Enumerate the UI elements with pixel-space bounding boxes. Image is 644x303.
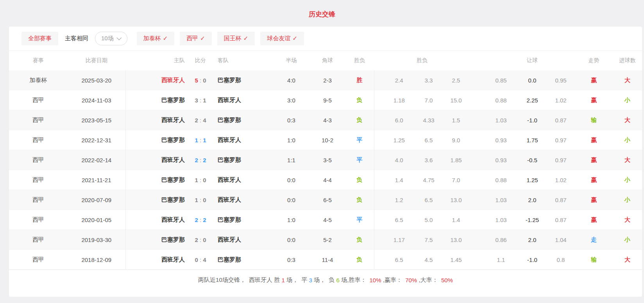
summary-segment: 6	[336, 277, 339, 283]
cell-date: 2019-03-30	[68, 230, 125, 250]
cell-goals: 小	[613, 230, 642, 250]
cell-handicap-win: 0.86	[470, 230, 518, 250]
cell-handicap-line: -1.0	[518, 110, 547, 130]
cell-date: 2020-07-09	[68, 190, 125, 210]
check-icon: ✓	[163, 35, 168, 41]
cell-date: 2021-11-21	[68, 170, 125, 190]
summary-segment: 1	[281, 277, 284, 283]
away-score: 2	[203, 217, 206, 223]
cell-handicap-lose: 0.95	[547, 70, 575, 90]
league-filter-button[interactable]: 国王杯✓	[217, 32, 255, 45]
col-header-half: 半场	[273, 51, 310, 70]
home-away-same-filter[interactable]: 主客相同	[64, 35, 89, 42]
cell-result: 负	[345, 90, 374, 110]
cell-result: 负	[345, 110, 374, 130]
cell-trend: 赢	[575, 130, 613, 150]
cell-trend: 输	[575, 250, 613, 270]
league-chips: 加泰杯✓西甲✓国王杯✓球会友谊✓	[137, 32, 304, 45]
league-filter-button[interactable]: 加泰杯✓	[137, 32, 175, 45]
col-header-away: 客队	[212, 51, 273, 70]
summary-segment: 西班牙人 胜	[249, 276, 281, 284]
summary-segment: 3	[309, 277, 312, 283]
cell-trend: 走	[575, 230, 613, 250]
cell-odds-win: 2.4	[374, 70, 415, 90]
cell-corners: 4-3	[310, 110, 345, 130]
cell-home-team: 巴塞罗那	[125, 190, 189, 210]
cell-goals: 小	[613, 190, 642, 210]
cell-trend: 赢	[575, 150, 613, 170]
cell-home-team: 巴塞罗那	[125, 170, 189, 190]
cell-half-score: 0:0	[273, 190, 310, 210]
cell-odds-draw: 4.5	[415, 250, 442, 270]
cell-goals: 大	[613, 210, 642, 230]
score-separator: :	[198, 256, 203, 263]
match-row: 西甲2019-03-30巴塞罗那2 : 0西班牙人0:05-2负1.177.51…	[9, 230, 642, 250]
summary-segment: 70%	[405, 277, 417, 283]
cell-handicap-line: -1.25	[518, 210, 547, 230]
away-score: 0	[203, 177, 206, 183]
cell-odds-lose: 1.45	[442, 250, 470, 270]
cell-date: 2023-05-15	[68, 110, 125, 130]
match-row: 西甲2020-01-05西班牙人2 : 2巴塞罗那1:04-5平6.55.01.…	[9, 210, 642, 230]
score-separator: :	[198, 197, 203, 203]
cell-half-score: 0:0	[273, 170, 310, 190]
cell-league: 西甲	[9, 250, 68, 270]
cell-date: 2020-01-05	[68, 210, 125, 230]
cell-score: 1 : 0	[189, 170, 212, 190]
cell-home-team: 巴塞罗那	[125, 130, 189, 150]
cell-odds-lose: 9.0	[442, 130, 470, 150]
score-separator: :	[198, 117, 203, 124]
cell-league: 西甲	[9, 130, 68, 150]
cell-league: 西甲	[9, 110, 68, 130]
check-icon: ✓	[200, 35, 205, 41]
cell-league: 西甲	[9, 190, 68, 210]
cell-odds-draw: 5.0	[415, 210, 442, 230]
matches-table: 赛事 比赛日期 主队 比分 客队 半场 角球 胜负 胜负 让球 走势 进球数 加…	[9, 51, 642, 269]
cell-league: 西甲	[9, 210, 68, 230]
cell-corners: 9-5	[310, 90, 345, 110]
summary-segment: ,赢率：	[381, 276, 406, 284]
cell-handicap-lose: 0.87	[547, 210, 575, 230]
cell-corners: 6-5	[310, 190, 345, 210]
col-header-date: 比赛日期	[68, 51, 125, 70]
league-filter-button[interactable]: 球会友谊✓	[260, 32, 304, 45]
cell-result: 负	[345, 190, 374, 210]
cell-home-team: 巴塞罗那	[125, 90, 189, 110]
match-count-dropdown[interactable]: 10场	[95, 32, 127, 45]
away-score: 0	[203, 237, 206, 243]
league-filter-button[interactable]: 西甲✓	[180, 32, 212, 45]
league-filter-label: 加泰杯	[143, 35, 161, 41]
cell-score: 3 : 1	[189, 90, 212, 110]
cell-score: 2 : 2	[189, 210, 212, 230]
score-separator: :	[198, 97, 203, 104]
home-score: 5	[195, 77, 198, 84]
cell-odds-win: 1.4	[374, 170, 415, 190]
cell-corners: 4-5	[310, 210, 345, 230]
cell-half-score: 1:0	[273, 130, 310, 150]
match-row: 西甲2021-11-21巴塞罗那1 : 0西班牙人0:04-4负1.44.757…	[9, 170, 642, 190]
col-header-odds: 胜负	[374, 51, 470, 70]
away-score: 0	[203, 77, 206, 84]
cell-away-team: 西班牙人	[212, 170, 273, 190]
cell-handicap-line: 2.0	[518, 230, 547, 250]
cell-away-team: 西班牙人	[212, 90, 273, 110]
cell-trend: 输	[575, 110, 613, 130]
home-score: 0	[195, 256, 198, 263]
cell-goals: 大	[613, 110, 642, 130]
cell-score: 2 : 0	[189, 230, 212, 250]
home-score: 3	[195, 97, 198, 104]
cell-half-score: 1:0	[273, 210, 310, 230]
cell-handicap-lose: 1.04	[547, 230, 575, 250]
summary-bar: 两队近10场交锋， 西班牙人 胜 1 场， 平 3 场， 负 6 场,胜率： 1…	[9, 269, 642, 290]
all-events-button[interactable]: 全部赛事	[21, 32, 58, 45]
cell-odds-lose: 1.5	[442, 110, 470, 130]
away-score: 2	[203, 157, 206, 163]
cell-away-team: 巴塞罗那	[212, 250, 273, 270]
cell-odds-lose: 13.0	[442, 190, 470, 210]
cell-goals: 大	[613, 150, 642, 170]
cell-away-team: 西班牙人	[212, 190, 273, 210]
cell-corners: 2-3	[310, 70, 345, 90]
cell-handicap-lose: 0.87	[547, 190, 575, 210]
cell-handicap-line: -0.5	[518, 150, 547, 170]
cell-handicap-line: 2.25	[518, 90, 547, 110]
